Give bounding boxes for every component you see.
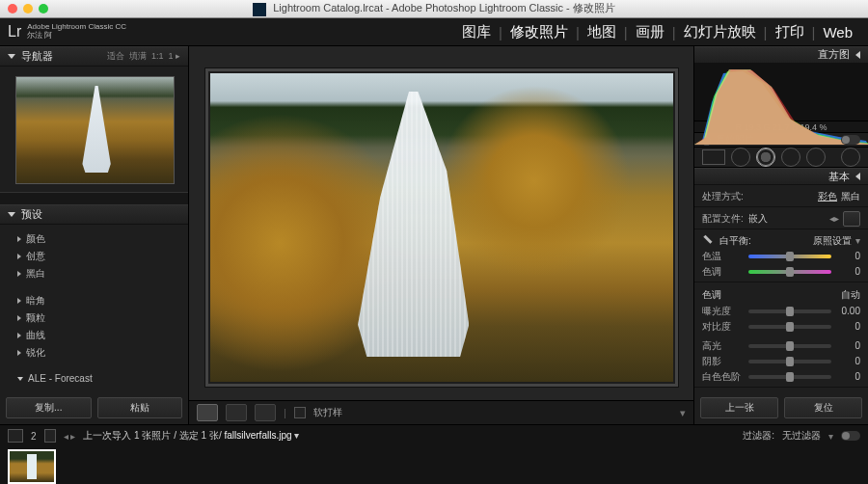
histogram-header[interactable]: 直方图 (694, 46, 868, 64)
center-panel: | 软打样 ▾ (189, 46, 693, 424)
shadows-slider[interactable] (748, 360, 831, 363)
previous-button[interactable]: 上一张 (700, 397, 778, 418)
copy-settings-button[interactable]: 复制... (6, 397, 92, 418)
workspace: 导航器 适合 填满 1:1 1 ▸ 预设 颜色 创意 黑白 暗角 颗粒 曲线 锐… (0, 46, 868, 424)
wb-preset[interactable]: 原照设置 (813, 234, 852, 248)
left-panel: 导航器 适合 填满 1:1 1 ▸ 预设 颜色 创意 黑白 暗角 颗粒 曲线 锐… (0, 46, 189, 424)
original-toggle[interactable] (841, 135, 860, 145)
filmstrip-header: 2 ◂ ▸ 上一次导入 1 张照片 / 选定 1 张/ fallsilverfa… (8, 428, 860, 444)
tone-section: 色调 自动 曝光度0.00 对比度0 高光0 阴影0 白色色阶0 (694, 282, 868, 388)
left-scroll-gap (0, 192, 188, 204)
navigator-header[interactable]: 导航器 适合 填满 1:1 1 ▸ (0, 46, 188, 67)
temp-slider[interactable] (748, 255, 831, 258)
module-book[interactable]: 画册 (628, 23, 672, 41)
crop-tool-icon[interactable] (702, 149, 725, 165)
redeye-tool-icon[interactable] (756, 148, 775, 167)
navigator-image[interactable] (15, 76, 175, 184)
tint-slider[interactable] (748, 270, 831, 274)
preset-user-group[interactable]: ALE - Forecast (17, 371, 188, 386)
second-window-button[interactable] (8, 429, 23, 443)
navigator-preview[interactable] (0, 67, 188, 192)
exposure-slider[interactable] (748, 309, 831, 313)
module-print[interactable]: 打印 (768, 23, 812, 41)
disclosure-down-icon (8, 212, 15, 217)
preset-list: 颜色 创意 黑白 暗角 颗粒 曲线 锐化 ALE - Forecast (0, 225, 188, 391)
brush-tool-icon[interactable] (841, 148, 860, 167)
spot-tool-icon[interactable] (731, 148, 750, 167)
filter-label: 过滤器: (743, 429, 774, 443)
radial-tool-icon[interactable] (806, 148, 826, 167)
soft-proof-checkbox[interactable] (294, 407, 306, 418)
window-title: Lightroom Catalog.lrcat - Adobe Photosho… (0, 1, 868, 15)
right-buttons: 上一张 复位 (694, 391, 868, 424)
paste-settings-button[interactable]: 粘贴 (97, 397, 183, 418)
filmstrip-thumbnail[interactable] (8, 449, 56, 484)
histogram[interactable] (694, 64, 868, 122)
presets-title: 预设 (21, 207, 42, 222)
loupe-area[interactable] (189, 46, 693, 400)
white-balance-section: 白平衡: 原照设置 ▾ 色温 0 色调 0 (694, 229, 868, 282)
center-toolbar: | 软打样 ▾ (189, 400, 693, 424)
module-map[interactable]: 地图 (580, 23, 624, 41)
lr-logo-icon: Lr (8, 23, 21, 40)
treatment-color[interactable]: 彩色 (818, 190, 837, 203)
module-picker: 图库| 修改照片| 地图| 画册| 幻灯片放映| 打印| Web (454, 23, 860, 41)
preset-group[interactable]: 锐化 (17, 344, 188, 362)
profile-browser-button[interactable] (843, 211, 860, 227)
presets-header[interactable]: 预设 (0, 204, 188, 225)
contrast-slider[interactable] (748, 325, 831, 329)
filter-toggle[interactable] (841, 431, 860, 441)
grid-icon[interactable] (44, 429, 56, 443)
reset-button[interactable]: 复位 (784, 397, 862, 418)
right-panel: 直方图 R 19.3 G 21.7 B 19.4 % ▢原始照片 (693, 46, 868, 424)
preset-group[interactable]: 创意 (17, 248, 188, 265)
app-identity: Lr Adobe Lightroom Classic CC 尔法 阿 (8, 23, 126, 40)
navigator-title: 导航器 (21, 49, 53, 64)
breadcrumb[interactable]: 上一次导入 1 张照片 / 选定 1 张/ fallsilverfalls.jp… (83, 429, 299, 443)
module-develop[interactable]: 修改照片 (502, 23, 576, 41)
whites-slider[interactable] (748, 375, 831, 379)
auto-tone-button[interactable]: 自动 (841, 288, 860, 302)
preset-group[interactable]: 曲线 (17, 327, 188, 344)
filmstrip: 2 ◂ ▸ 上一次导入 1 张照片 / 选定 1 张/ fallsilverfa… (0, 424, 868, 484)
disclosure-left-icon (855, 173, 860, 180)
preset-group[interactable]: 暗角 (17, 292, 188, 309)
mac-titlebar: Lightroom Catalog.lrcat - Adobe Photosho… (0, 0, 868, 18)
histogram-title: 直方图 (818, 47, 850, 62)
wb-dropper-icon[interactable] (699, 231, 719, 251)
navigator-zoom-options[interactable]: 适合 填满 1:1 1 ▸ (107, 50, 180, 63)
tool-strip (694, 148, 868, 168)
profile-row: 配置文件: 嵌入 ◂▸ (694, 207, 868, 229)
grad-tool-icon[interactable] (781, 148, 800, 167)
module-library[interactable]: 图库 (454, 23, 499, 41)
before-after-tb-button[interactable] (255, 404, 276, 421)
basic-header[interactable]: 基本 (694, 168, 868, 185)
module-slideshow[interactable]: 幻灯片放映 (676, 23, 764, 41)
preset-group[interactable]: 颜色 (17, 230, 188, 248)
soft-proof-label: 软打样 (313, 406, 342, 419)
disclosure-left-icon (855, 51, 860, 59)
highlights-slider[interactable] (748, 344, 831, 348)
preset-group[interactable]: 颗粒 (17, 309, 188, 327)
disclosure-down-icon (8, 54, 15, 59)
second-window-index: 2 (31, 431, 37, 442)
treatment-row: 处理方式: 彩色 黑白 (694, 185, 868, 207)
module-web[interactable]: Web (815, 24, 860, 40)
main-photo[interactable] (210, 73, 673, 382)
loupe-view-button[interactable] (197, 404, 218, 421)
treatment-bw[interactable]: 黑白 (841, 190, 860, 203)
toolbar-menu-icon[interactable]: ▾ (680, 407, 686, 419)
app-header: Lr Adobe Lightroom Classic CC 尔法 阿 图库| 修… (0, 18, 868, 46)
profile-value[interactable]: 嵌入 (748, 212, 768, 226)
photo-frame (205, 68, 678, 387)
before-after-lr-button[interactable] (226, 404, 247, 421)
preset-group[interactable]: 黑白 (17, 265, 188, 282)
left-buttons: 复制... 粘贴 (0, 391, 188, 424)
filter-value[interactable]: 无过滤器 (782, 429, 821, 443)
lightroom-doc-icon (253, 3, 266, 16)
identity-plate-name: 尔法 阿 (27, 32, 126, 40)
